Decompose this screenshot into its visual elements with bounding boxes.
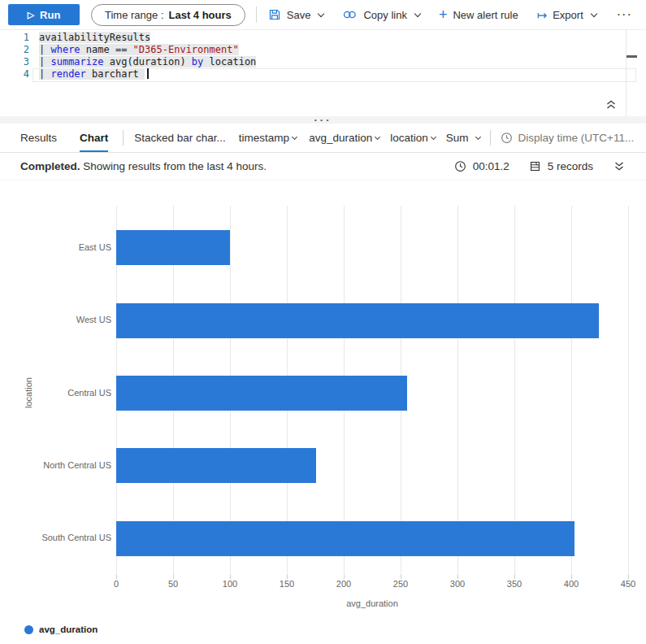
line-number: 4: [0, 68, 29, 80]
tab-chart-label: Chart: [80, 132, 108, 144]
run-button[interactable]: ▷ Run: [8, 4, 80, 25]
tab-results-label: Results: [20, 132, 57, 144]
bar-chart: 050100150200250300350400450East USWest U…: [0, 181, 646, 644]
x-tick-label: 50: [153, 579, 193, 589]
x-tick-label: 0: [96, 579, 137, 589]
chevron-down-icon: [475, 133, 480, 139]
splitter-handle[interactable]: ···: [0, 116, 646, 124]
y-axis-title: location: [24, 377, 33, 408]
query-status-bar: Completed. Showing results from the last…: [0, 153, 646, 181]
line-number: 3: [0, 56, 29, 68]
x-tick-label: 300: [437, 579, 478, 589]
x-axis-title: avg_duration: [116, 598, 628, 608]
chevron-down-icon: [318, 10, 324, 16]
x-tick-label: 350: [494, 579, 535, 589]
save-button[interactable]: Save: [268, 8, 324, 21]
query-toolbar: ▷ Run Time range : Last 4 hours Save Cop…: [0, 0, 646, 30]
legend-label: avg_duration: [39, 624, 98, 634]
code-text: availabilityResults: [39, 32, 150, 43]
bar-east-us[interactable]: [116, 230, 230, 265]
elapsed-time: 00:01.2: [473, 160, 509, 172]
gridline: [628, 206, 629, 575]
display-time-button[interactable]: Display time (UTC+11...: [501, 124, 635, 152]
editor-line[interactable]: 3| summarize avg(duration) by location: [0, 56, 626, 68]
x-axis-select[interactable]: timestamp: [239, 124, 297, 152]
code-text: | where name == "D365-Environment": [39, 44, 239, 55]
collapse-editor-button[interactable]: [605, 96, 622, 112]
tabs-divider: [490, 130, 491, 146]
editor-line[interactable]: 4| render barchart: [0, 68, 626, 80]
x-tick-label: 450: [608, 579, 646, 589]
split-by-value: location: [390, 132, 428, 144]
play-icon: ▷: [28, 11, 34, 20]
chevron-down-icon: [591, 10, 597, 16]
bar-central-us[interactable]: [116, 376, 407, 411]
chart-type-select[interactable]: Stacked bar char...: [134, 124, 226, 152]
y-axis-select[interactable]: avg_duration: [309, 124, 379, 152]
bar-west-us[interactable]: [116, 303, 599, 338]
tab-results[interactable]: Results: [20, 124, 57, 152]
chart-type-value: Stacked bar char...: [134, 132, 226, 144]
time-range-button[interactable]: Time range : Last 4 hours: [91, 4, 245, 26]
text-cursor: [147, 68, 149, 79]
timer-icon: [454, 160, 466, 172]
y-category-label: East US: [0, 242, 111, 252]
gridline: [457, 206, 458, 575]
y-category-label: North Central US: [0, 460, 111, 470]
status-detail: Showing results from the last 4 hours.: [80, 160, 267, 172]
y-category-label: South Central US: [0, 533, 111, 542]
x-axis-value: timestamp: [239, 132, 289, 144]
query-editor[interactable]: 1availabilityResults2| where name == "D3…: [0, 30, 646, 116]
bar-north-central-us[interactable]: [116, 448, 316, 483]
toolbar-divider: [256, 7, 257, 23]
y-axis-value: avg_duration: [309, 132, 372, 144]
export-label: Export: [553, 9, 583, 21]
split-by-select[interactable]: location: [390, 124, 436, 152]
overview-ruler: [626, 30, 626, 116]
code-text: | summarize avg(duration) by location: [39, 56, 256, 67]
code-text: | render barchart: [39, 68, 145, 80]
copy-link-label: Copy link: [363, 9, 406, 21]
x-tick-label: 400: [551, 579, 592, 589]
display-time-label: Display time (UTC+11...: [518, 132, 635, 144]
bar-south-central-us[interactable]: [116, 521, 574, 556]
editor-line[interactable]: 1availabilityResults: [0, 32, 626, 44]
chevron-down-icon: [414, 10, 421, 16]
aggregation-value: Sum: [446, 132, 469, 144]
clock-icon: [501, 132, 513, 144]
export-button[interactable]: ↦ Export: [537, 9, 596, 21]
new-alert-rule-button[interactable]: + New alert rule: [439, 7, 518, 22]
overview-ruler-mark: [626, 55, 637, 58]
line-number: 1: [0, 32, 29, 44]
aggregation-select[interactable]: Sum: [446, 124, 480, 152]
line-number: 2: [0, 44, 29, 56]
time-range-value: Last 4 hours: [169, 9, 232, 21]
expand-results-button[interactable]: [613, 160, 626, 173]
copy-link-button[interactable]: Copy link: [342, 8, 419, 21]
export-arrow-icon: ↦: [537, 9, 548, 21]
link-icon: [342, 8, 358, 21]
new-alert-rule-label: New alert rule: [453, 9, 518, 21]
records-icon: [529, 160, 541, 172]
y-category-label: West US: [0, 315, 111, 324]
status-completed: Completed.: [20, 160, 80, 172]
log-analytics-query-window: ▷ Run Time range : Last 4 hours Save Cop…: [0, 0, 646, 644]
legend-swatch: [24, 625, 33, 634]
chevron-down-icon: [431, 133, 436, 139]
record-count: 5 records: [548, 160, 593, 172]
save-icon: [268, 8, 281, 21]
plus-icon: +: [439, 7, 448, 22]
editor-line[interactable]: 2| where name == "D365-Environment": [0, 44, 626, 56]
tab-chart[interactable]: Chart: [80, 124, 108, 152]
legend-item[interactable]: avg_duration: [24, 624, 98, 634]
time-range-label: Time range :: [105, 9, 164, 21]
x-tick-label: 100: [210, 579, 250, 589]
gridline: [514, 206, 515, 575]
tabs-divider: [123, 130, 124, 146]
results-tab-bar: Results Chart Stacked bar char... timest…: [0, 124, 646, 153]
x-tick-label: 150: [267, 579, 307, 589]
run-button-label: Run: [40, 9, 60, 21]
x-tick-label: 200: [323, 579, 364, 589]
more-button[interactable]: ···: [617, 7, 632, 22]
chevron-down-icon: [375, 133, 380, 139]
